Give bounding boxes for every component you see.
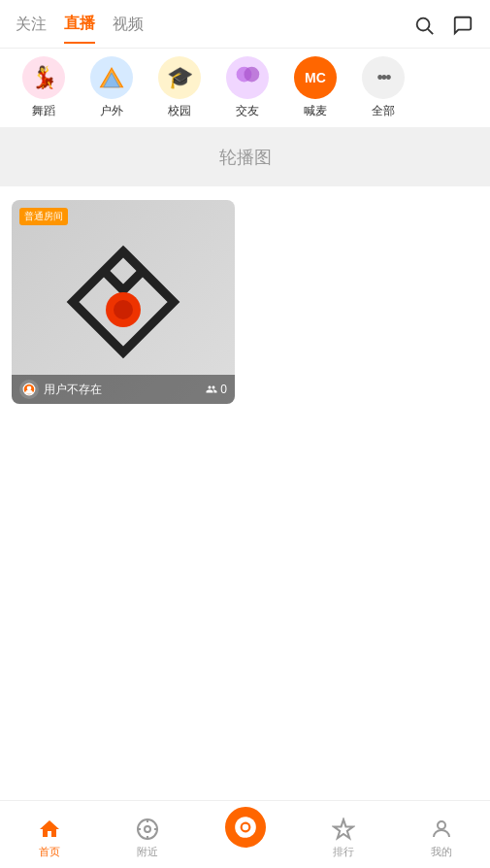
tab-camera[interactable] bbox=[196, 819, 294, 851]
user-avatar bbox=[19, 380, 39, 399]
mc-icon: MC bbox=[294, 56, 337, 99]
live-grid-container: 普通房间 用户不存在 bbox=[0, 186, 490, 417]
svg-line-1 bbox=[428, 29, 433, 34]
svg-point-17 bbox=[242, 823, 248, 830]
home-icon bbox=[37, 817, 62, 842]
svg-point-5 bbox=[245, 67, 260, 83]
all-icon: ••• bbox=[362, 56, 405, 99]
main-content: 普通房间 用户不存在 bbox=[0, 186, 490, 825]
category-all-label: 全部 bbox=[372, 103, 395, 119]
live-badge: 普通房间 bbox=[19, 208, 68, 225]
category-campus[interactable]: 🎓 校园 bbox=[146, 56, 213, 119]
tab-home[interactable]: 首页 bbox=[0, 811, 98, 859]
card-bottom: 用户不存在 0 bbox=[12, 375, 235, 404]
category-social-label: 交友 bbox=[236, 103, 259, 119]
bottom-tabbar: 首页 附近 排行 bbox=[0, 800, 490, 868]
live-username: 用户不存在 bbox=[44, 382, 102, 398]
category-mc-label: 喊麦 bbox=[304, 103, 327, 119]
category-social[interactable]: 交友 bbox=[213, 56, 281, 119]
nearby-icon bbox=[135, 817, 160, 842]
banner-text: 轮播图 bbox=[219, 146, 272, 169]
campus-icon: 🎓 bbox=[158, 56, 201, 99]
nav-tabs: 关注 直播 视频 bbox=[16, 14, 144, 44]
nav-icons bbox=[412, 14, 474, 45]
tab-nearby[interactable]: 附近 bbox=[98, 811, 196, 859]
category-campus-label: 校园 bbox=[168, 103, 191, 119]
svg-point-0 bbox=[417, 17, 430, 30]
live-grid: 普通房间 用户不存在 bbox=[12, 200, 478, 404]
category-dance-label: 舞蹈 bbox=[32, 103, 55, 119]
live-card[interactable]: 普通房间 用户不存在 bbox=[12, 200, 235, 404]
message-icon[interactable] bbox=[451, 14, 474, 37]
banner-area: 轮播图 bbox=[0, 128, 490, 186]
user-info: 用户不存在 bbox=[19, 380, 102, 399]
search-icon[interactable] bbox=[412, 14, 436, 37]
category-all[interactable]: ••• 全部 bbox=[349, 56, 417, 119]
tab-nearby-label: 附近 bbox=[137, 845, 158, 859]
tab-follow[interactable]: 关注 bbox=[16, 15, 47, 43]
camera-icon bbox=[222, 804, 269, 851]
tab-ranking-label: 排行 bbox=[333, 845, 354, 859]
category-outdoor[interactable]: 户外 bbox=[78, 56, 146, 119]
category-mc[interactable]: MC 喊麦 bbox=[281, 56, 349, 119]
svg-point-18 bbox=[438, 821, 445, 829]
category-bar: 💃 舞蹈 户外 🎓 校园 交友 MC 喊麦 ••• bbox=[0, 49, 490, 128]
tab-home-label: 首页 bbox=[39, 845, 60, 859]
card-thumbnail bbox=[12, 200, 235, 404]
tab-video[interactable]: 视频 bbox=[113, 15, 144, 43]
tab-profile[interactable]: 我的 bbox=[392, 811, 490, 859]
tab-profile-label: 我的 bbox=[431, 845, 452, 859]
top-nav: 关注 直播 视频 bbox=[0, 0, 490, 49]
outdoor-icon bbox=[90, 56, 133, 99]
live-viewers: 0 bbox=[206, 383, 227, 396]
category-outdoor-label: 户外 bbox=[100, 103, 123, 119]
tab-ranking[interactable]: 排行 bbox=[294, 811, 392, 859]
category-dance[interactable]: 💃 舞蹈 bbox=[10, 56, 78, 119]
ranking-icon bbox=[331, 817, 356, 842]
viewers-count: 0 bbox=[220, 383, 227, 396]
svg-point-7 bbox=[114, 300, 133, 319]
svg-point-8 bbox=[27, 386, 31, 390]
social-icon bbox=[226, 56, 269, 99]
tab-live[interactable]: 直播 bbox=[64, 14, 95, 44]
profile-icon bbox=[429, 817, 454, 842]
dance-icon: 💃 bbox=[22, 56, 65, 99]
svg-point-10 bbox=[145, 826, 150, 832]
